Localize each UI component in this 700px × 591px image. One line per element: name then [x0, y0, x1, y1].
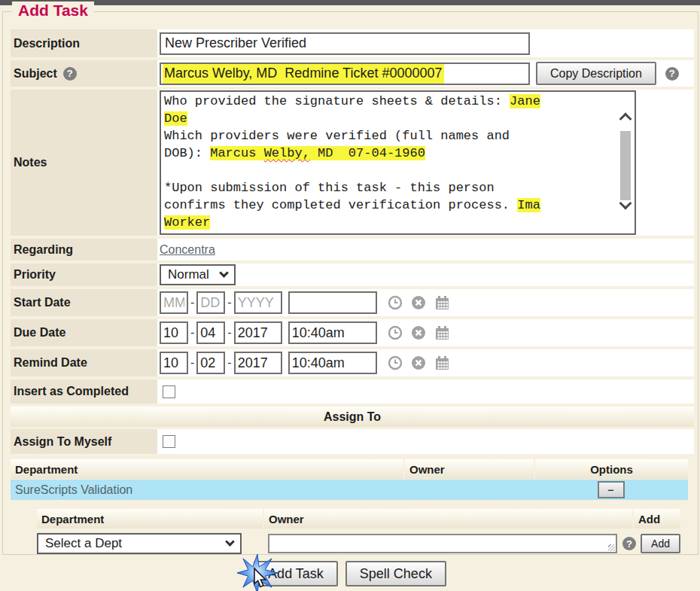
help-icon[interactable]: ?	[622, 537, 636, 550]
add-assignment-row: Select a Dept ? Add	[37, 530, 680, 557]
notes-scrollbar[interactable]	[618, 92, 633, 233]
start-date-row: Start Date - -	[11, 289, 694, 316]
clock-icon[interactable]	[388, 295, 403, 310]
remind-date-row: Remind Date - -	[11, 349, 694, 376]
assign-to-section-header: Assign To	[11, 407, 694, 427]
notes-row: Notes Who provided the signature sheets …	[11, 90, 694, 236]
clock-icon[interactable]	[388, 355, 403, 370]
add-assignment-section: Department Owner Add Select a Dept ? Add	[37, 509, 680, 557]
assignment-table: Department Owner Options SureScripts Val…	[11, 459, 688, 500]
start-month-input[interactable]	[160, 291, 188, 314]
owner-column-header: Owner	[264, 509, 632, 529]
remind-year-input[interactable]	[234, 352, 282, 374]
start-date-label: Start Date	[14, 296, 71, 309]
calendar-icon[interactable]	[434, 355, 450, 371]
help-icon[interactable]: ?	[665, 67, 679, 81]
insert-completed-row: Insert as Completed	[11, 379, 694, 404]
regarding-label: Regarding	[14, 243, 73, 257]
start-time-input[interactable]	[288, 291, 377, 314]
due-date-label: Due Date	[14, 326, 65, 340]
page-title: Add Task	[12, 2, 94, 20]
due-year-input[interactable]	[234, 321, 282, 344]
assignment-table-header: Department Owner Options	[11, 459, 688, 479]
clock-icon[interactable]	[388, 325, 403, 340]
options-column-header: Options	[534, 459, 688, 479]
description-input[interactable]	[160, 32, 530, 55]
clear-date-icon[interactable]	[411, 295, 426, 310]
department-select[interactable]: Select a Dept	[37, 533, 242, 554]
regarding-link[interactable]: Concentra	[160, 243, 215, 257]
footer-buttons: Add Task Spell Check	[0, 561, 700, 586]
calendar-icon[interactable]	[434, 295, 450, 311]
assign-myself-row: Assign To Myself	[11, 429, 694, 454]
insert-completed-checkbox[interactable]	[163, 385, 175, 398]
notes-textarea[interactable]: Who provided the signature sheets & deta…	[160, 90, 636, 235]
remind-day-input[interactable]	[196, 352, 225, 374]
scrollbar-thumb[interactable]	[620, 131, 631, 200]
due-day-input[interactable]	[196, 321, 225, 344]
copy-description-button[interactable]: Copy Description	[536, 62, 656, 85]
add-task-button[interactable]: Add Task	[254, 561, 338, 586]
help-icon[interactable]: ?	[63, 67, 77, 81]
table-row[interactable]: SureScripts Validation −	[11, 480, 688, 500]
date-separator: -	[227, 326, 231, 340]
description-row: Description	[11, 29, 694, 57]
department-selected-value: Select a Dept	[45, 536, 122, 551]
date-separator: -	[190, 326, 194, 340]
regarding-row: Regarding Concentra	[11, 239, 694, 260]
assigned-department-name: SureScripts Validation	[11, 483, 403, 497]
assign-myself-label: Assign To Myself	[14, 435, 111, 449]
priority-selected-value: Normal	[168, 267, 209, 282]
remove-assignment-button[interactable]: −	[598, 481, 625, 498]
due-date-row: Due Date - -	[11, 319, 694, 346]
add-assignment-header: Department Owner Add	[37, 509, 680, 529]
due-time-input[interactable]	[288, 321, 377, 344]
priority-select[interactable]: Normal	[160, 264, 236, 285]
assign-myself-checkbox[interactable]	[163, 435, 175, 448]
clear-date-icon[interactable]	[411, 325, 426, 340]
notes-lines: Who provided the signature sheets & deta…	[164, 93, 615, 231]
priority-row: Priority Normal	[11, 264, 694, 286]
priority-label: Priority	[14, 268, 56, 282]
date-separator: -	[190, 296, 194, 309]
subject-input[interactable]: Marcus Welby, MD Redmine Ticket #0000007	[160, 62, 530, 85]
calendar-icon[interactable]	[434, 325, 450, 341]
subject-highlighted-text: Marcus Welby, MD Redmine Ticket #0000007	[163, 63, 444, 84]
add-column-header: Add	[634, 509, 680, 529]
start-day-input[interactable]	[196, 291, 225, 314]
clear-date-icon[interactable]	[411, 355, 426, 370]
chevron-down-icon	[219, 268, 229, 278]
description-label: Description	[14, 37, 80, 50]
remind-month-input[interactable]	[160, 352, 188, 374]
date-separator: -	[227, 296, 231, 309]
add-assignment-button[interactable]: Add	[641, 534, 680, 553]
subject-label: Subject	[14, 67, 57, 81]
notes-label: Notes	[14, 156, 47, 169]
owner-input[interactable]	[269, 535, 616, 552]
add-task-form: Add Task Description Subject ? Marcus We…	[2, 11, 698, 555]
date-separator: -	[190, 356, 194, 370]
remind-time-input[interactable]	[288, 352, 377, 374]
owner-column-header: Owner	[403, 459, 534, 479]
subject-row: Subject ? Marcus Welby, MD Redmine Ticke…	[11, 60, 694, 87]
remind-date-label: Remind Date	[14, 356, 87, 370]
chevron-down-icon	[225, 537, 235, 547]
insert-completed-label: Insert as Completed	[14, 385, 129, 398]
spell-check-button[interactable]: Spell Check	[345, 561, 446, 586]
department-column-header: Department	[37, 509, 263, 529]
top-divider-bar	[0, 0, 700, 5]
due-month-input[interactable]	[160, 321, 188, 344]
start-year-input[interactable]	[234, 291, 282, 314]
scroll-up-icon[interactable]	[619, 113, 632, 126]
date-separator: -	[227, 356, 231, 370]
department-column-header: Department	[11, 459, 403, 479]
owner-input-wrapper	[268, 534, 617, 553]
